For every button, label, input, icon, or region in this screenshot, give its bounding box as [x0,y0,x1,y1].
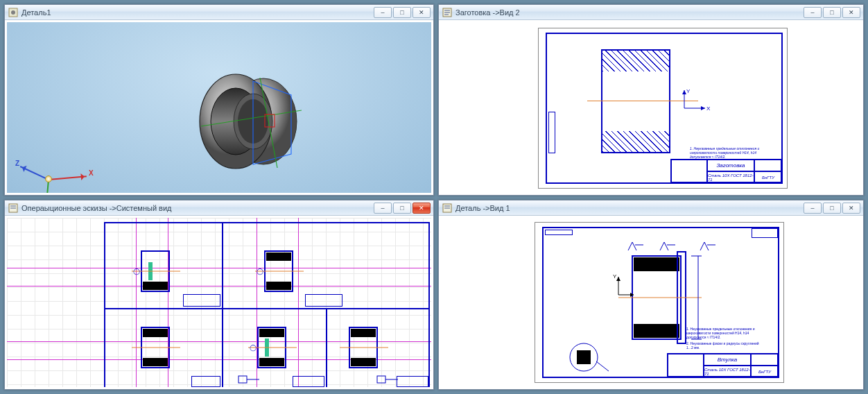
drawing-canvas[interactable]: Y 1. Неуказанные предельные отклонения и… [441,218,861,387]
titlebar[interactable]: Заготовка ->Вид 2 – □ ✕ [439,5,863,20]
close-button[interactable]: ✕ [413,203,431,214]
title-block: Втулка Сталь 10Х ГОСТ 1812-71 БнГТУ [667,353,778,377]
drawing-axis-icon: Y [610,271,638,306]
maximize-button[interactable]: □ [393,203,411,214]
svg-line-71 [596,361,609,371]
window-detail1[interactable]: Деталь1 – □ ✕ [4,4,434,196]
svg-marker-62 [630,293,634,297]
svg-rect-70 [577,350,591,364]
svg-rect-23 [143,282,168,290]
drawing-note: 1. Неуказанные предельные отклонения и ш… [690,146,766,159]
window-title: Деталь1 [21,8,374,17]
drawing-note: 1. Неуказанные предельные отклонения и ш… [686,327,763,350]
svg-rect-54 [634,257,679,271]
hatch-top [602,51,669,71]
axis-x-label: X [89,169,94,177]
window-title: Деталь ->Вид 1 [455,204,804,212]
axis-z-label: Z [15,160,19,167]
titlebar[interactable]: Деталь1 – □ ✕ [5,5,433,20]
svg-rect-29 [266,282,291,290]
svg-text:◯: ◯ [250,344,257,352]
minimize-button[interactable]: – [804,203,822,214]
minimize-button[interactable]: – [374,203,392,214]
window-op-sketches[interactable]: Операыционные эскизы ->Системный вид – □… [4,200,434,390]
axis-y-label: Y [686,88,691,94]
hatch-bottom [602,131,669,152]
svg-text:◯: ◯ [257,268,263,275]
minimize-button[interactable]: – [804,7,822,18]
detail-view-a [563,341,611,379]
titlebar[interactable]: Операыционные эскизы ->Системный вид – □… [5,200,433,216]
doc-2d-icon [442,203,453,214]
svg-marker-15 [701,106,705,110]
op-sketch-2: ◯ [255,246,311,302]
axis-x [49,175,87,180]
svg-rect-48 [377,376,385,383]
maximize-button[interactable]: □ [823,203,841,214]
window-title: Заготовка ->Вид 2 [455,8,804,17]
svg-rect-37 [259,329,284,337]
tool-symbol [236,370,263,387]
svg-text:Y: Y [613,273,617,280]
window-detail-view1[interactable]: Деталь ->Вид 1 – □ ✕ [438,200,864,390]
window-title: Операыционные эскизы ->Системный вид [21,204,374,212]
viewport-3d[interactable]: X Y Z [7,22,431,193]
svg-rect-33 [143,329,168,337]
part-3d-model[interactable] [187,60,298,171]
drawing-canvas[interactable]: X Y 1. Неуказанные предельные отклонения… [441,22,861,193]
svg-rect-28 [266,252,291,261]
title-block: Заготовка Сталь 10Х ГОСТ 1812-71 БнГТУ [670,159,781,182]
svg-rect-55 [634,324,679,338]
doc-3d-icon [8,7,19,18]
axis-origin [45,175,52,182]
svg-rect-38 [259,358,284,366]
svg-rect-46 [238,376,247,383]
drawing-axis-icon: X Y [677,87,712,122]
op-sketch-3 [132,322,187,379]
titlebar[interactable]: Деталь ->Вид 1 – □ ✕ [439,200,863,216]
svg-text:◯: ◯ [133,268,140,275]
maximize-button[interactable]: □ [393,7,411,18]
svg-point-1 [11,10,15,15]
roughness-symbols [625,241,722,255]
close-button[interactable]: ✕ [842,203,860,214]
svg-rect-22 [143,252,168,261]
op-sketch-1: ◯ [132,246,187,302]
window-zagotovka[interactable]: Заготовка ->Вид 2 – □ ✕ X Y [438,4,864,196]
axis-x-label: X [706,105,711,112]
svg-rect-34 [143,358,168,366]
minimize-button[interactable]: – [374,7,392,18]
doc-2d-icon [8,203,19,214]
svg-rect-43 [351,329,376,337]
drawing-canvas[interactable]: ◯ ◯ ◯ [7,218,431,387]
maximize-button[interactable]: □ [823,7,841,18]
doc-2d-icon [442,7,453,18]
close-button[interactable]: ✕ [413,7,431,18]
svg-marker-64 [616,277,620,281]
close-button[interactable]: ✕ [842,7,860,18]
svg-rect-44 [351,358,376,366]
